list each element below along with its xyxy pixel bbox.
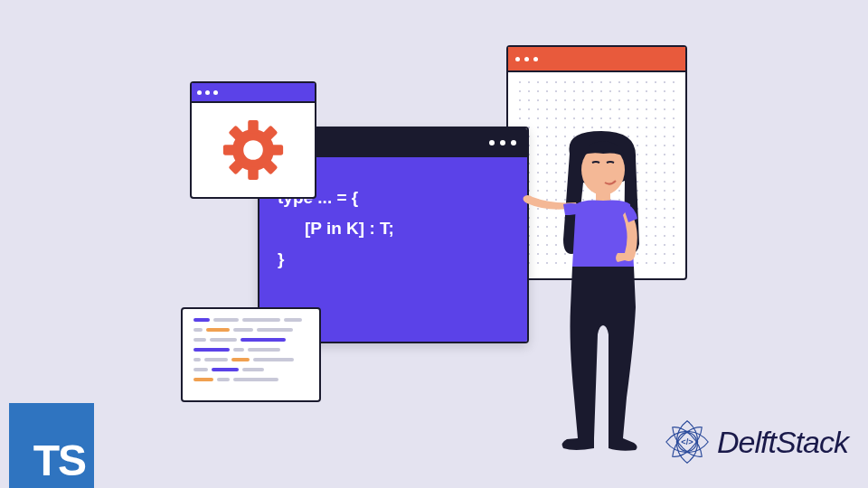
window-dot-icon <box>511 140 516 145</box>
gear-window-header <box>192 83 315 103</box>
delftstack-mandala-icon: </> <box>661 416 713 468</box>
code-bar <box>242 368 264 371</box>
snippet-window <box>181 307 321 402</box>
gear-body <box>192 103 315 197</box>
delftstack-logo: </> DelftStack <box>661 416 848 468</box>
window-dot-icon <box>205 90 210 95</box>
window-dot-icon <box>213 90 218 95</box>
snippet-line <box>193 338 308 342</box>
code-bar <box>248 348 280 352</box>
code-bar <box>212 368 239 371</box>
code-bar <box>193 348 230 352</box>
window-dot-icon <box>500 140 505 145</box>
person-illustration <box>520 127 683 470</box>
code-line: [P in K] : T; <box>278 213 509 244</box>
snippet-line <box>193 318 308 322</box>
code-bar <box>204 358 228 361</box>
svg-rect-4 <box>270 145 283 155</box>
window-dot-icon <box>489 140 495 145</box>
gear-icon <box>221 117 286 183</box>
snippet-line <box>193 328 308 332</box>
svg-point-9 <box>243 140 263 160</box>
delftstack-text: DelftStack <box>717 425 848 460</box>
code-bar <box>242 318 280 322</box>
code-bar <box>231 358 250 361</box>
code-bar <box>284 318 302 322</box>
code-bar <box>253 358 294 361</box>
window-dot-icon <box>533 57 538 61</box>
snippet-line <box>193 358 308 361</box>
code-bar <box>193 368 208 371</box>
code-bar <box>193 318 210 322</box>
svg-rect-1 <box>248 120 259 133</box>
snippet-line <box>193 368 308 371</box>
code-bar <box>206 328 230 332</box>
snippet-line <box>193 348 308 352</box>
browser-back-header <box>508 47 685 72</box>
snippet-line <box>193 378 308 381</box>
typescript-logo-text: TS <box>33 439 85 483</box>
code-bar <box>210 338 237 342</box>
svg-text:</>: </> <box>681 437 693 446</box>
svg-rect-3 <box>223 145 236 155</box>
code-bar <box>193 328 203 332</box>
code-bar <box>193 338 206 342</box>
svg-rect-2 <box>248 167 259 180</box>
code-bar <box>213 318 239 322</box>
code-bar <box>233 348 244 352</box>
window-dot-icon <box>197 90 202 95</box>
code-line: } <box>278 244 509 275</box>
code-bar <box>193 358 201 361</box>
code-bar <box>241 338 286 342</box>
gear-window <box>190 81 316 199</box>
code-bar <box>233 328 253 332</box>
window-dot-icon <box>524 57 529 61</box>
main-illustration: type ... = { [P in K] : T; } <box>181 45 687 461</box>
code-bar <box>233 378 278 381</box>
person-svg <box>520 127 683 470</box>
code-bar <box>217 378 230 381</box>
typescript-logo: TS <box>9 403 94 488</box>
window-dot-icon <box>515 57 520 61</box>
code-bar <box>193 378 213 381</box>
code-bar <box>257 328 293 332</box>
